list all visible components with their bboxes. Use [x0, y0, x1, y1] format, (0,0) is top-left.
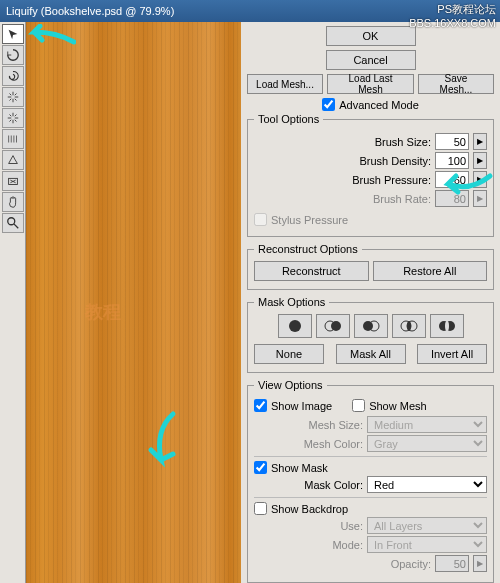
- pucker-tool[interactable]: [2, 87, 24, 107]
- freeze-mask-tool[interactable]: [2, 150, 24, 170]
- show-mask-label: Show Mask: [271, 462, 328, 474]
- canvas-preview[interactable]: [26, 22, 241, 583]
- advanced-mode-checkbox[interactable]: [322, 98, 335, 111]
- hand-tool[interactable]: [2, 192, 24, 212]
- view-options-legend: View Options: [254, 379, 327, 391]
- mask-invert-button[interactable]: [430, 314, 464, 338]
- brush-rate-stepper: ▶: [473, 190, 487, 207]
- use-select: All Layers: [367, 517, 487, 534]
- forward-warp-tool[interactable]: [2, 24, 24, 44]
- load-mesh-button[interactable]: Load Mesh...: [247, 74, 323, 94]
- restore-all-button[interactable]: Restore All: [373, 261, 488, 281]
- brush-rate-input: [435, 190, 469, 207]
- toolbar: [0, 22, 26, 583]
- use-label: Use:: [340, 520, 363, 532]
- show-image-checkbox[interactable]: [254, 399, 267, 412]
- show-mesh-label: Show Mesh: [369, 400, 426, 412]
- cancel-button[interactable]: Cancel: [326, 50, 416, 70]
- advanced-mode-label: Advanced Mode: [339, 99, 419, 111]
- show-backdrop-label: Show Backdrop: [271, 503, 348, 515]
- opacity-stepper: ▶: [473, 555, 487, 572]
- brush-rate-label: Brush Rate:: [373, 193, 431, 205]
- reconstruct-button[interactable]: Reconstruct: [254, 261, 369, 281]
- mask-options-group: Mask Options None Mask All Invert All: [247, 296, 494, 373]
- stylus-pressure-label: Stylus Pressure: [271, 214, 348, 226]
- brush-density-label: Brush Density:: [359, 155, 431, 167]
- mask-add-button[interactable]: [316, 314, 350, 338]
- mask-options-legend: Mask Options: [254, 296, 329, 308]
- watermark-center: 教程: [85, 300, 121, 324]
- mask-color-select[interactable]: Red: [367, 476, 487, 493]
- show-mesh-checkbox[interactable]: [352, 399, 365, 412]
- reconstruct-options-group: Reconstruct Options Reconstruct Restore …: [247, 243, 494, 290]
- bloat-tool[interactable]: [2, 108, 24, 128]
- brush-pressure-input[interactable]: [435, 171, 469, 188]
- mask-all-button[interactable]: Mask All: [336, 344, 406, 364]
- svg-point-2: [289, 320, 301, 332]
- ok-button[interactable]: OK: [326, 26, 416, 46]
- twirl-tool[interactable]: [2, 66, 24, 86]
- mode-select: In Front: [367, 536, 487, 553]
- brush-pressure-stepper[interactable]: ▶: [473, 171, 487, 188]
- mesh-color-select: Gray: [367, 435, 487, 452]
- save-mesh-button[interactable]: Save Mesh...: [418, 74, 494, 94]
- svg-point-1: [8, 218, 15, 225]
- svg-point-12: [445, 321, 449, 331]
- mode-label: Mode:: [332, 539, 363, 551]
- watermark: PS教程论坛 BBS.16XX8.COM: [409, 2, 496, 29]
- brush-size-label: Brush Size:: [375, 136, 431, 148]
- opacity-label: Opacity:: [391, 558, 431, 570]
- mesh-size-select: Medium: [367, 416, 487, 433]
- mask-subtract-button[interactable]: [354, 314, 388, 338]
- view-options-group: View Options Show Image Show Mesh Mesh S…: [247, 379, 494, 583]
- show-image-label: Show Image: [271, 400, 332, 412]
- mesh-size-label: Mesh Size:: [309, 419, 363, 431]
- stylus-pressure-checkbox: [254, 213, 267, 226]
- show-mask-checkbox[interactable]: [254, 461, 267, 474]
- brush-density-stepper[interactable]: ▶: [473, 152, 487, 169]
- tool-options-group: Tool Options Brush Size:▶ Brush Density:…: [247, 113, 494, 237]
- mask-replace-button[interactable]: [278, 314, 312, 338]
- svg-point-4: [331, 321, 341, 331]
- mesh-color-label: Mesh Color:: [304, 438, 363, 450]
- mask-color-label: Mask Color:: [304, 479, 363, 491]
- opacity-input: [435, 555, 469, 572]
- tool-options-legend: Tool Options: [254, 113, 323, 125]
- brush-size-input[interactable]: [435, 133, 469, 150]
- show-backdrop-checkbox[interactable]: [254, 502, 267, 515]
- reconstruct-legend: Reconstruct Options: [254, 243, 362, 255]
- title-text: Liquify (Bookshelve.psd @ 79.9%): [6, 5, 174, 17]
- brush-pressure-label: Brush Pressure:: [352, 174, 431, 186]
- zoom-tool[interactable]: [2, 213, 24, 233]
- load-last-mesh-button[interactable]: Load Last Mesh: [327, 74, 414, 94]
- mask-intersect-button[interactable]: [392, 314, 426, 338]
- mask-none-button[interactable]: None: [254, 344, 324, 364]
- mask-invert-all-button[interactable]: Invert All: [417, 344, 487, 364]
- options-panel: OK Cancel Load Mesh... Load Last Mesh Sa…: [241, 22, 500, 583]
- push-left-tool[interactable]: [2, 129, 24, 149]
- svg-point-5: [363, 321, 373, 331]
- brush-size-stepper[interactable]: ▶: [473, 133, 487, 150]
- reconstruct-tool[interactable]: [2, 45, 24, 65]
- thaw-mask-tool[interactable]: [2, 171, 24, 191]
- brush-density-input[interactable]: [435, 152, 469, 169]
- svg-point-9: [407, 321, 411, 331]
